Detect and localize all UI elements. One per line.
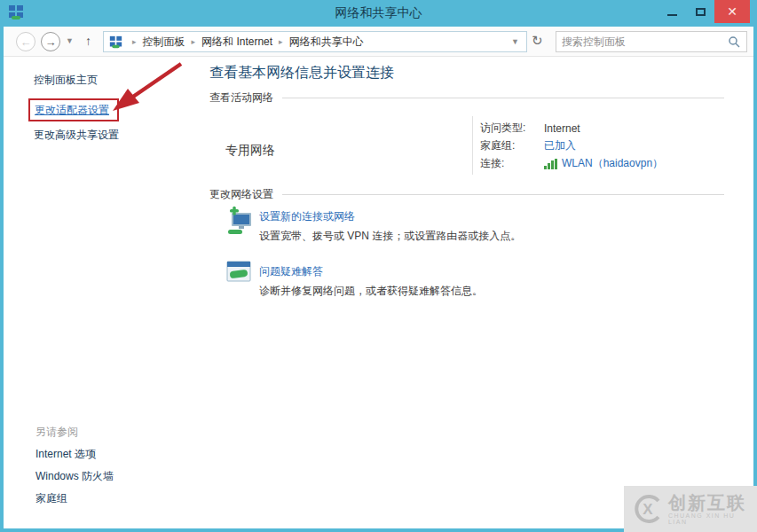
maximize-button[interactable] [686,0,714,23]
up-button[interactable]: ↑ [85,34,91,48]
new-connection-icon [224,206,254,236]
breadcrumb[interactable]: ▸ 控制面板 ▸ 网络和 Internet ▸ 网络和共享中心 ▼ [103,31,527,52]
search-icon[interactable] [729,36,740,48]
homegroup-joined-link[interactable]: 已加入 [544,138,576,153]
task-description: 设置宽带、拨号或 VPN 连接；或设置路由器或接入点。 [259,229,521,244]
wlan-connection-link[interactable]: WLAN（haidaovpn） [562,156,663,171]
watermark: X 创新互联 CHUANG XIN HU LIAN [624,486,757,532]
page-title: 查看基本网络信息并设置连接 [209,64,394,82]
forward-button[interactable]: → [41,32,60,51]
breadcrumb-separator-icon: ▸ [126,37,143,46]
change-settings-title: 更改网络设置 [209,187,273,202]
task-title-link[interactable]: 设置新的连接或网络 [259,209,355,224]
adapter-settings-highlight-box: 更改适配器设置 [28,98,119,121]
breadcrumb-separator-icon: ▸ [272,37,289,46]
detail-label: 连接: [480,156,544,171]
detail-label: 家庭组: [480,138,544,153]
detail-value: Internet [544,122,580,135]
search-input[interactable] [556,32,729,51]
content-area: 控制面板主页 更改适配器设置 更改高级共享设置 查看基本网络信息并设置连接 查看… [4,57,753,528]
wifi-signal-icon [544,159,558,169]
minimize-button[interactable] [658,0,686,23]
watermark-text: 创新互联 CHUANG XIN HU LIAN [668,493,757,525]
divider [472,116,473,175]
active-networks-section-header: 查看活动网络 [209,90,724,106]
watermark-name: 创新互联 [668,493,757,512]
task-title-link[interactable]: 问题疑难解答 [259,264,323,279]
back-button[interactable]: ← [16,32,35,51]
sidebar-item-change-advanced-sharing[interactable]: 更改高级共享设置 [34,128,119,143]
refresh-icon[interactable]: ↻ [532,33,543,49]
search-box [556,31,747,52]
see-also-windows-firewall[interactable]: Windows 防火墙 [35,469,114,484]
task-description: 诊断并修复网络问题，或者获得疑难解答信息。 [259,284,483,299]
detail-homegroup: 家庭组: 已加入 [480,138,576,153]
network-sharing-center-window: 网络和共享中心 ✕ ← → ▼ ↑ ▸ 控制面板 ▸ 网络和 Internet … [0,0,757,532]
breadcrumb-control-panel[interactable]: 控制面板 [143,35,185,50]
troubleshoot-icon [226,261,253,286]
address-dropdown-icon[interactable]: ▼ [511,37,519,46]
detail-access-type: 访问类型: Internet [480,121,580,136]
sidebar-item-change-adapter-settings[interactable]: 更改适配器设置 [35,103,109,118]
title-bar: 网络和共享中心 ✕ [0,0,757,27]
active-networks-title: 查看活动网络 [209,90,273,106]
window-title: 网络和共享中心 [0,5,757,21]
network-breadcrumb-icon [109,35,122,49]
breadcrumb-separator-icon: ▸ [185,37,202,46]
see-also-heading: 另请参阅 [35,425,78,440]
network-name: 专用网络 [225,143,275,159]
navigation-bar: ← → ▼ ↑ ▸ 控制面板 ▸ 网络和 Internet ▸ 网络和共享中心 … [4,27,753,57]
sidebar-item-control-panel-home[interactable]: 控制面板主页 [34,73,98,88]
detail-connection: 连接: WLAN（haidaovpn） [480,156,663,171]
see-also-internet-options[interactable]: Internet 选项 [35,447,96,462]
history-dropdown-icon[interactable]: ▼ [66,36,74,45]
divider [282,98,724,98]
watermark-subtitle: CHUANG XIN HU LIAN [668,512,757,525]
svg-text:X: X [643,501,653,518]
breadcrumb-network-sharing[interactable]: 网络和共享中心 [289,35,364,50]
breadcrumb-network-internet[interactable]: 网络和 Internet [201,35,272,50]
divider [282,194,724,195]
watermark-logo-icon: X [633,494,663,524]
change-settings-section-header: 更改网络设置 [209,187,724,202]
close-button[interactable]: ✕ [714,0,750,23]
detail-label: 访问类型: [480,121,544,136]
see-also-homegroup[interactable]: 家庭组 [35,491,67,506]
